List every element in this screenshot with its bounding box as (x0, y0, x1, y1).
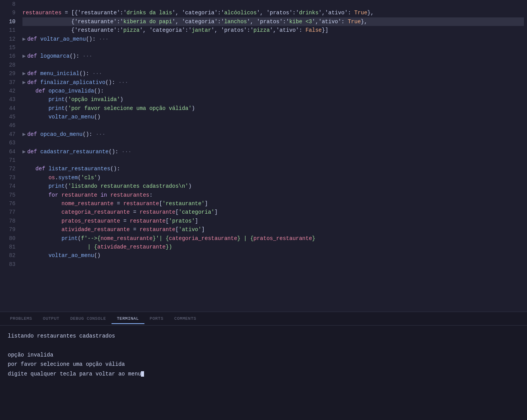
terminal-line-2 (8, 341, 519, 350)
terminal-line-4: por favor selecione uma opção válida (8, 360, 519, 369)
terminal-line-1: listando restaurantes cadastrados (8, 332, 519, 340)
code-line-43: print('opção invalida') (22, 95, 524, 104)
bottom-panel: PROBLEMS OUTPUT DEBUG CONSOLE TERMINAL P… (0, 312, 527, 420)
code-line-81: | {atividade_restaurante}) (22, 243, 524, 251)
code-line-82: voltar_ao_menu() (22, 251, 524, 260)
code-line-64: ▶def cadastrar_restaurante(): ··· (22, 147, 524, 156)
code-line-79: atividade_restaurante = restaurante['ati… (22, 225, 524, 234)
code-line-8 (22, 0, 524, 9)
tab-comments[interactable]: COMMENTS (169, 314, 202, 324)
code-line-9: restaurantes = [{'restaurante':'drinks d… (22, 9, 524, 17)
tab-terminal[interactable]: TERMINAL (112, 314, 144, 324)
code-line-42: def opcao_invalida(): (22, 87, 524, 95)
tab-debug-console[interactable]: DEBUG CONSOLE (65, 314, 111, 324)
line-numbers: 8 9 10 11 12 15 16 28 29 37 42 43 44 45 … (0, 0, 19, 312)
code-line-83 (22, 260, 524, 269)
code-line-63 (22, 139, 524, 147)
code-line-28 (22, 61, 524, 69)
terminal-content[interactable]: listando restaurantes cadastrados opção … (0, 326, 527, 420)
code-line-37: ▶def finalizar_aplicativo(): ··· (22, 78, 524, 87)
code-line-47: ▶def opcao_do_menu(): ··· (22, 130, 524, 139)
tab-problems[interactable]: PROBLEMS (5, 314, 38, 324)
code-line-16: ▶def logomarca(): ··· (22, 52, 524, 60)
code-line-45: voltar_ao_menu() (22, 113, 524, 121)
code-line-44: print('por favor selecione uma opção vál… (22, 104, 524, 113)
code-line-73: os.system('cls') (22, 173, 524, 182)
code-line-29: ▶def menu_inicial(): ··· (22, 69, 524, 78)
code-line-10: {'restaurante':'kiberia do papi', 'categ… (22, 17, 524, 26)
code-line-12: ▶def voltar_ao_menu(): ··· (22, 35, 524, 43)
tab-ports[interactable]: PORTS (144, 314, 169, 324)
tab-output[interactable]: OUTPUT (38, 314, 65, 324)
terminal-line-3: opção invalida (8, 351, 519, 359)
code-line-75: for restaurante in restaurantes: (22, 191, 524, 199)
code-line-78: pratos_restaurante = restaurante['pratos… (22, 217, 524, 225)
code-line-77: categoria_restaurante = restaurante['cat… (22, 208, 524, 216)
code-line-15 (22, 43, 524, 52)
code-container: 8 9 10 11 12 15 16 28 29 37 42 43 44 45 … (0, 0, 527, 312)
code-line-71 (22, 156, 524, 165)
code-line-46 (22, 121, 524, 130)
editor-area: 8 9 10 11 12 15 16 28 29 37 42 43 44 45 … (0, 0, 527, 312)
code-line-74: print('listando restaurantes cadastrados… (22, 182, 524, 190)
code-lines[interactable]: restaurantes = [{'restaurante':'drinks d… (19, 0, 527, 312)
code-line-72: def listar_restaurantes(): (22, 165, 524, 173)
terminal-cursor (141, 371, 144, 377)
terminal-text-cursor-line: digite qualquer tecla para voltar ao men… (8, 371, 141, 377)
code-line-80: print(f'-->{nome_restaurante}'| {categor… (22, 234, 524, 243)
terminal-line-5: digite qualquer tecla para voltar ao men… (8, 370, 519, 378)
code-line-11: {'restaurante':'pizza', 'categoria':'jan… (22, 26, 524, 34)
panel-tabs: PROBLEMS OUTPUT DEBUG CONSOLE TERMINAL P… (0, 312, 527, 326)
code-line-76: nome_restaurante = restaurante['restaura… (22, 199, 524, 208)
